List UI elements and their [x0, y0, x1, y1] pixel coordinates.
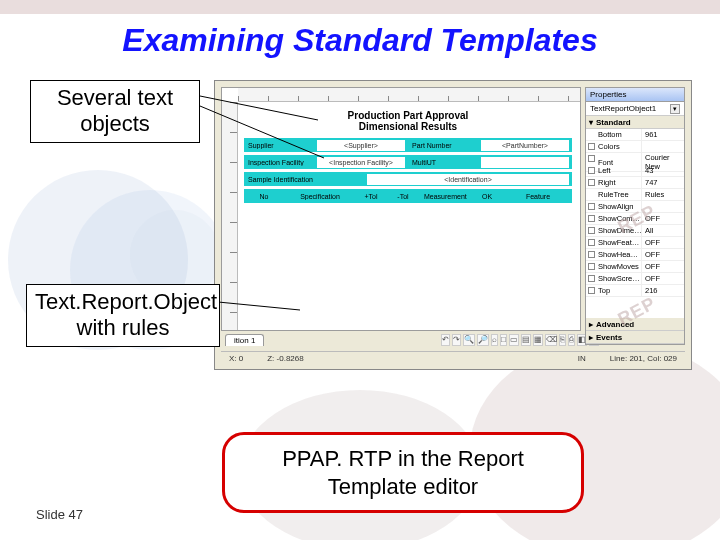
property-row[interactable]: ShowFeat…OFF: [586, 237, 684, 249]
property-row[interactable]: Bottom961: [586, 129, 684, 141]
field-value: [481, 157, 569, 168]
properties-object-select[interactable]: TextReportObject1 ▾: [586, 102, 684, 116]
col-header: Measurement: [420, 193, 470, 200]
properties-group-events[interactable]: ▸ Events: [586, 331, 684, 344]
checkbox-icon[interactable]: [588, 287, 595, 294]
status-linecol: Line: 201, Col: 029: [610, 354, 677, 363]
property-key: Left: [586, 165, 642, 177]
report-heading: Production Part Approval Dimensional Res…: [244, 110, 572, 132]
properties-group-standard[interactable]: ▾ Standard: [586, 116, 684, 129]
property-value[interactable]: 216: [642, 285, 684, 297]
status-unit: IN: [578, 354, 586, 363]
annotation-text-report-object: Text.Report.Object with rules: [26, 284, 220, 347]
report-row: Sample Identification <Identification>: [244, 172, 572, 186]
field-label: MultiUT: [408, 159, 478, 166]
checkbox-icon[interactable]: [588, 155, 595, 162]
property-value[interactable]: Rules: [642, 189, 684, 201]
property-value[interactable]: 43: [642, 165, 684, 177]
editor-canvas: Production Part Approval Dimensional Res…: [221, 87, 581, 331]
toolbar-icon[interactable]: ▦: [533, 334, 543, 346]
toolbar-icon[interactable]: 🔎: [477, 334, 489, 346]
slide-number: Slide 47: [36, 507, 83, 522]
checkbox-icon[interactable]: [588, 239, 595, 246]
property-row[interactable]: ShowHea…OFF: [586, 249, 684, 261]
toolbar-icon[interactable]: 🔍: [463, 334, 475, 346]
toolbar-icon[interactable]: ⌕: [491, 334, 498, 346]
field-value: <PartNumber>: [481, 140, 569, 151]
status-x: X: 0: [229, 354, 243, 363]
property-value[interactable]: 747: [642, 177, 684, 189]
property-row[interactable]: ShowScre…OFF: [586, 273, 684, 285]
group-label: Events: [596, 333, 622, 342]
property-row[interactable]: ShowDime…All: [586, 225, 684, 237]
property-row[interactable]: ShowCom…OFF: [586, 213, 684, 225]
field-label: Supplier: [244, 142, 314, 149]
property-key: ShowAlign: [586, 201, 642, 213]
property-key: Bottom: [586, 129, 642, 141]
toolbar-icon[interactable]: ▭: [509, 334, 519, 346]
property-key: ShowScre…: [586, 273, 642, 285]
property-key: ShowCom…: [586, 213, 642, 225]
toolbar-icon[interactable]: ▤: [521, 334, 531, 346]
property-value[interactable]: OFF: [642, 273, 684, 285]
toolbar-icon[interactable]: ⎘: [559, 334, 566, 346]
checkbox-icon[interactable]: [588, 227, 595, 234]
properties-title: Properties: [586, 88, 684, 102]
property-value[interactable]: OFF: [642, 261, 684, 273]
property-key: ShowMoves: [586, 261, 642, 273]
minus-icon: ▾: [589, 118, 593, 127]
toolbar-icon[interactable]: ↷: [452, 334, 461, 346]
checkbox-icon[interactable]: [588, 263, 595, 270]
property-value[interactable]: OFF: [642, 213, 684, 225]
property-value[interactable]: OFF: [642, 249, 684, 261]
col-header: Specification: [286, 193, 354, 200]
col-header: Feature: [504, 193, 572, 200]
property-value[interactable]: 961: [642, 129, 684, 141]
col-header: -Tol: [388, 193, 418, 200]
checkbox-icon[interactable]: [588, 275, 595, 282]
field-label: Part Number: [408, 142, 478, 149]
checkbox-icon[interactable]: [588, 167, 595, 174]
checkbox-icon[interactable]: [588, 203, 595, 210]
property-row[interactable]: Right747: [586, 177, 684, 189]
slide-title: Examining Standard Templates: [0, 22, 720, 59]
property-row[interactable]: Top216: [586, 285, 684, 297]
chevron-down-icon: ▾: [670, 104, 680, 114]
field-value: <Inspection Facility>: [317, 157, 405, 168]
property-value[interactable]: [642, 141, 684, 153]
ruler-vertical: [222, 102, 238, 330]
property-row[interactable]: Left43: [586, 165, 684, 177]
callout-ppap: PPAP. RTP in the Report Template editor: [222, 432, 584, 513]
report-row: Inspection Facility <Inspection Facility…: [244, 155, 572, 169]
property-value[interactable]: OFF: [642, 237, 684, 249]
property-key: ShowFeat…: [586, 237, 642, 249]
field-value: <Identification>: [367, 174, 569, 185]
editor-tab[interactable]: ition 1: [225, 334, 264, 346]
report-heading-line2: Dimensional Results: [359, 121, 457, 132]
property-key: RuleTree: [586, 189, 642, 201]
report-column-headers: No Specification +Tol -Tol Measurement O…: [244, 189, 572, 203]
property-row[interactable]: RuleTreeRules: [586, 189, 684, 201]
editor-toolbar: ↶↷🔍🔎⌕□▭▤▦⌫⎘⎙◧◨: [441, 333, 581, 347]
field-label: Sample Identification: [244, 176, 364, 183]
toolbar-icon[interactable]: □: [500, 334, 507, 346]
property-row[interactable]: Colors: [586, 141, 684, 153]
toolbar-icon[interactable]: ↶: [441, 334, 450, 346]
property-row[interactable]: FontCourier New: [586, 153, 684, 165]
toolbar-icon[interactable]: ⌫: [545, 334, 557, 346]
checkbox-icon[interactable]: [588, 251, 595, 258]
toolbar-icon[interactable]: ⎙: [568, 334, 575, 346]
property-key: Colors: [586, 141, 642, 153]
property-row[interactable]: ShowAlign: [586, 201, 684, 213]
col-header: +Tol: [356, 193, 386, 200]
property-value[interactable]: [642, 201, 684, 213]
checkbox-icon[interactable]: [588, 179, 595, 186]
property-row[interactable]: ShowMovesOFF: [586, 261, 684, 273]
property-value[interactable]: All: [642, 225, 684, 237]
checkbox-icon[interactable]: [588, 215, 595, 222]
col-header: OK: [472, 193, 502, 200]
properties-group-advanced[interactable]: ▸ Advanced: [586, 318, 684, 331]
checkbox-icon[interactable]: [588, 143, 595, 150]
report-field-bars: Supplier <Supplier> Part Number <PartNum…: [244, 138, 572, 203]
property-key: Right: [586, 177, 642, 189]
